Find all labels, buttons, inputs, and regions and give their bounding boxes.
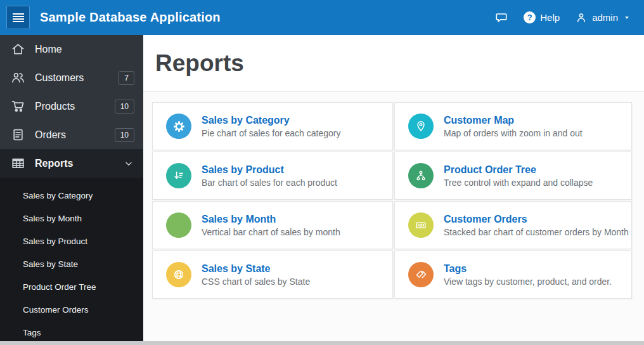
sidebar-item-customers[interactable]: Customers 7 xyxy=(0,63,143,92)
feedback-button[interactable] xyxy=(494,11,508,25)
tree-icon xyxy=(408,163,434,188)
chevron-down-icon xyxy=(123,158,134,169)
help-icon: ? xyxy=(524,11,536,23)
header-actions: ? Help admin xyxy=(494,11,644,25)
report-description: View tags by customer, product, and orde… xyxy=(444,277,612,287)
sidebar-subitem-tags[interactable]: Tags xyxy=(0,321,143,344)
report-card-sales-by-month[interactable]: Sales by Month Vertical bar chart of sal… xyxy=(152,201,393,249)
report-link[interactable]: Sales by Month xyxy=(202,214,340,225)
report-description: Tree control with expand and collapse xyxy=(444,178,593,188)
menu-toggle-button[interactable] xyxy=(6,6,30,29)
report-card-tags[interactable]: Tags View tags by customer, product, and… xyxy=(394,251,632,299)
chat-icon xyxy=(494,11,508,25)
document-icon xyxy=(10,127,25,143)
sidebar-nav: Home Customers 7 Products 10 Orders 10 R… xyxy=(0,35,143,345)
report-link[interactable]: Tags xyxy=(444,263,612,275)
sort-descending-icon xyxy=(166,163,191,188)
sidebar-item-label: Customers xyxy=(35,72,84,84)
header-bar: Sample Database Application ? Help admin xyxy=(0,0,644,35)
customers-count-badge: 7 xyxy=(119,71,134,85)
sidebar-item-home[interactable]: Home xyxy=(0,35,143,63)
report-card-sales-by-product[interactable]: Sales by Product Bar chart of sales for … xyxy=(152,152,393,200)
report-card-customer-map[interactable]: Customer Map Map of orders with zoom in … xyxy=(394,102,632,150)
reports-submenu: Sales by Category Sales by Month Sales b… xyxy=(0,178,143,345)
sidebar-item-label: Reports xyxy=(35,158,73,169)
tags-icon xyxy=(408,262,434,287)
sidebar-item-products[interactable]: Products 10 xyxy=(0,92,143,120)
home-icon xyxy=(10,42,25,57)
sidebar-subitem-sales-by-month[interactable]: Sales by Month xyxy=(0,207,143,230)
sidebar-item-label: Products xyxy=(35,101,75,112)
user-menu-button[interactable]: admin xyxy=(575,11,630,24)
products-count-badge: 10 xyxy=(115,100,134,114)
report-grid: Sales by Category Pie chart of sales for… xyxy=(152,102,632,299)
sidebar-subitem-sales-by-product[interactable]: Sales by Product xyxy=(0,230,143,252)
report-link[interactable]: Sales by Product xyxy=(202,164,337,176)
users-icon xyxy=(10,70,25,86)
sidebar-subitem-customer-orders[interactable]: Customer Orders xyxy=(0,298,143,321)
sidebar-item-label: Home xyxy=(35,44,62,55)
table-icon xyxy=(10,156,25,171)
page-title-bar: Reports xyxy=(143,35,644,92)
report-description: Map of orders with zoom in and out xyxy=(444,128,583,138)
sidebar-subitem-product-order-tree[interactable]: Product Order Tree xyxy=(0,275,143,298)
report-description: Pie chart of sales for each category xyxy=(202,128,340,138)
report-card-product-order-tree[interactable]: Product Order Tree Tree control with exp… xyxy=(394,152,632,200)
circle-plain-icon xyxy=(166,212,191,238)
sidebar-subitem-sales-by-category[interactable]: Sales by Category xyxy=(0,184,143,207)
report-card-customer-orders[interactable]: Customer Orders Stacked bar chart of cus… xyxy=(394,201,632,249)
person-icon xyxy=(575,11,588,24)
sidebar-item-label: Orders xyxy=(35,129,66,141)
caret-down-icon xyxy=(624,15,630,21)
help-button[interactable]: ? Help xyxy=(524,11,560,23)
report-description: Vertical bar chart of sales by month xyxy=(202,227,340,237)
map-pin-icon xyxy=(408,114,434,139)
gear-icon xyxy=(166,114,191,139)
report-description: Stacked bar chart of customer orders by … xyxy=(444,227,629,237)
banknote-icon xyxy=(408,212,434,238)
menu-icon xyxy=(13,13,24,22)
report-card-sales-by-category[interactable]: Sales by Category Pie chart of sales for… xyxy=(152,102,393,150)
report-link[interactable]: Sales by State xyxy=(202,263,310,275)
report-card-sales-by-state[interactable]: Sales by State CSS chart of sales by Sta… xyxy=(152,251,393,299)
sidebar-subitem-sales-by-state[interactable]: Sales by State xyxy=(0,252,143,275)
app-window: Sample Database Application ? Help admin… xyxy=(0,0,644,345)
report-link[interactable]: Customer Map xyxy=(444,115,583,126)
help-label: Help xyxy=(540,12,560,23)
app-title: Sample Database Application xyxy=(40,10,221,25)
main-content: Reports Sales by Category Pie chart of s… xyxy=(143,35,644,345)
report-link[interactable]: Sales by Category xyxy=(202,115,340,126)
report-description: CSS chart of sales by State xyxy=(202,277,310,287)
globe-icon xyxy=(166,262,191,287)
report-link[interactable]: Product Order Tree xyxy=(444,164,593,176)
sidebar-item-orders[interactable]: Orders 10 xyxy=(0,120,143,149)
report-description: Bar chart of sales for each product xyxy=(202,178,337,188)
report-link[interactable]: Customer Orders xyxy=(444,214,629,225)
sidebar-item-reports[interactable]: Reports xyxy=(0,149,143,178)
orders-count-badge: 10 xyxy=(115,128,134,142)
page-title: Reports xyxy=(155,50,244,77)
horizontal-scrollbar[interactable] xyxy=(0,341,644,345)
cart-icon xyxy=(10,99,25,114)
user-label: admin xyxy=(592,12,618,23)
